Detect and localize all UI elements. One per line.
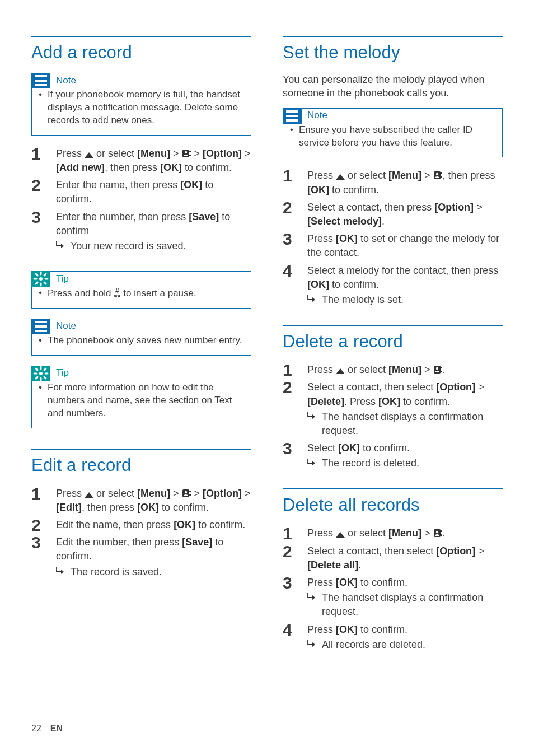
result-arrow-icon (56, 567, 65, 575)
heading-add-record: Add a record (31, 36, 251, 63)
step-2: Select a contact, then select [Option] >… (283, 379, 503, 440)
up-icon (336, 174, 345, 180)
step-4: Select a melody for the contact, then pr… (283, 263, 503, 310)
left-column: Add a record Note If your phonebook memo… (31, 36, 251, 670)
page-number: 22 (31, 724, 41, 734)
heading-set-melody: Set the melody (283, 36, 503, 63)
note-callout-2: Note The phonebook only saves new number… (31, 319, 251, 356)
tip-callout-2: Tip For more information on how to edit … (31, 366, 251, 428)
result-arrow-icon (307, 592, 316, 600)
note-text: The phonebook only saves new number entr… (40, 334, 243, 347)
tip-text: Press and hold #a/A to insert a pause. (40, 287, 243, 300)
right-column: Set the melody You can personalize the m… (283, 36, 503, 670)
note-icon (31, 73, 50, 88)
tip-icon (31, 366, 50, 381)
phonebook-icon (433, 171, 443, 180)
step-2: Enter the name, then press [OK] to confi… (31, 177, 251, 208)
hash-key-icon: #a/A (114, 288, 120, 298)
note-text: If your phonebook memory is full, the ha… (40, 88, 243, 127)
up-icon (336, 532, 345, 538)
step-1: Press or select [Menu] > , then press [O… (283, 167, 503, 199)
up-icon (85, 152, 93, 158)
step-result: All records are deleted. (307, 638, 503, 652)
tip-text: For more information on how to edit the … (40, 381, 243, 420)
note-label: Note (56, 75, 76, 86)
step-result: The melody is set. (307, 293, 503, 307)
heading-delete-all: Delete all records (283, 488, 503, 515)
edit-record-steps: Press or select [Menu] > > [Option] > [E… (31, 486, 251, 581)
result-arrow-icon (307, 295, 316, 302)
step-2: Select a contact, then select [Option] >… (283, 543, 503, 575)
delete-all-steps: Press or select [Menu] > . Select a cont… (283, 525, 503, 654)
note-callout-1: Note If your phonebook memory is full, t… (31, 73, 251, 136)
heading-delete-record: Delete a record (283, 325, 503, 352)
add-record-steps: Press or select [Menu] > > [Option] > [A… (31, 146, 251, 255)
language-code: EN (50, 724, 63, 734)
step-3: Select [OK] to confirm. The record is de… (283, 440, 503, 473)
result-arrow-icon (56, 241, 65, 249)
step-4: Press [OK] to confirm. All records are d… (283, 622, 503, 654)
phonebook-icon (433, 529, 443, 538)
step-1: Press or select [Menu] > . (283, 525, 503, 543)
result-arrow-icon (307, 640, 316, 647)
tip-label: Tip (56, 367, 69, 379)
step-result: The record is saved. (56, 565, 251, 579)
melody-steps: Press or select [Menu] > , then press [O… (283, 167, 503, 309)
note-label: Note (56, 320, 76, 332)
melody-intro: You can personalize the melody played wh… (283, 73, 503, 100)
page-footer: 22 EN (31, 724, 63, 734)
up-icon (85, 492, 93, 498)
note-label: Note (307, 110, 327, 121)
phonebook-icon (182, 149, 191, 158)
phonebook-icon (433, 365, 443, 374)
step-2: Edit the name, then press [OK] to confir… (31, 517, 251, 534)
heading-edit-record: Edit a record (31, 449, 251, 475)
result-arrow-icon (307, 458, 316, 466)
tip-callout-1: Tip Press and hold #a/A to insert a paus… (31, 271, 251, 309)
note-text: Ensure you have subscribed the caller ID… (291, 124, 494, 150)
note-icon (283, 108, 302, 124)
delete-record-steps: Press or select [Menu] > . Select a cont… (283, 362, 503, 473)
note-callout-melody: Note Ensure you have subscribed the call… (283, 108, 503, 158)
result-arrow-icon (307, 412, 316, 419)
up-icon (336, 368, 345, 374)
phonebook-icon (182, 489, 191, 498)
step-3: Press [OK] to confirm. The handset displ… (283, 575, 503, 622)
step-result: The handset displays a confirmation requ… (307, 591, 503, 619)
step-result: Your new record is saved. (56, 239, 251, 253)
step-3: Press [OK] to set or change the melody f… (283, 231, 503, 262)
note-icon (31, 319, 50, 334)
tip-icon (31, 271, 50, 287)
tip-label: Tip (56, 273, 69, 284)
step-result: The handset displays a confirmation requ… (307, 410, 503, 438)
step-3: Enter the number, then press [Save] to c… (31, 209, 251, 256)
step-result: The record is deleted. (307, 456, 503, 470)
step-3: Edit the number, then press [Save] to co… (31, 534, 251, 581)
step-1: Press or select [Menu] > . (283, 362, 503, 379)
step-1: Press or select [Menu] > > [Option] > [E… (31, 486, 251, 517)
step-2: Select a contact, then press [Option] > … (283, 199, 503, 231)
step-1: Press or select [Menu] > > [Option] > [A… (31, 146, 251, 177)
